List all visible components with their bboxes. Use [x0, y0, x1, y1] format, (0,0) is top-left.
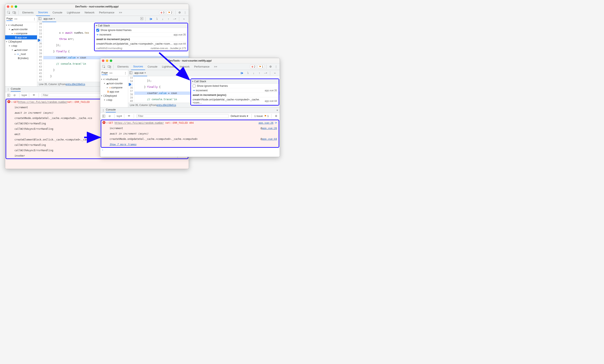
- editor-tab-appvue[interactable]: app.vue ×: [42, 16, 56, 22]
- source-link[interactable]: entry.d9e108e9.js: [156, 104, 176, 107]
- step-icon[interactable]: →•: [172, 17, 176, 21]
- warning-badge[interactable]: ⚑1: [258, 65, 264, 69]
- minimize-icon[interactable]: [11, 5, 13, 8]
- navigator-icon[interactable]: [129, 71, 132, 75]
- devtools-window-2: DevTools - nuxi-counter.netlify.app/ Ele…: [100, 58, 280, 157]
- page-tab[interactable]: Page: [6, 17, 13, 21]
- overflow-tabs[interactable]: >>: [13, 17, 17, 20]
- issues-badge[interactable]: 1 Issue: ⚑ 1: [254, 114, 269, 118]
- call-stack-panel-1: ▾Call Stack Show ignore-listed frames ➔i…: [94, 23, 188, 51]
- gear-icon[interactable]: ⚙: [274, 114, 278, 118]
- stack-link[interactable]: app.vue:44: [262, 137, 277, 141]
- tab-network[interactable]: Network: [177, 63, 192, 70]
- main-tabs: Elements Sources Console Lighthouse Netw…: [5, 9, 189, 16]
- tab-elements[interactable]: Elements: [115, 63, 131, 70]
- step-into-icon[interactable]: ↓: [160, 17, 165, 21]
- tab-network[interactable]: Network: [82, 9, 97, 16]
- resume-icon[interactable]: [149, 17, 153, 21]
- source-link[interactable]: entry.d9e108e9.js: [65, 83, 85, 86]
- inspect-icon[interactable]: [6, 10, 11, 15]
- console-filter-input[interactable]: [137, 114, 229, 118]
- kebab-icon[interactable]: ⋮: [183, 10, 188, 15]
- device-icon[interactable]: [12, 10, 17, 15]
- show-more-frames-link[interactable]: Show 7 more frames: [110, 142, 137, 147]
- tab-performance[interactable]: Performance: [97, 9, 116, 16]
- clear-icon[interactable]: ⊘: [12, 93, 17, 97]
- stack-frame[interactable]: ➔incrementapp.vue:35: [191, 88, 279, 93]
- device-icon[interactable]: [107, 64, 112, 69]
- kebab-icon[interactable]: ⋮: [102, 109, 105, 112]
- step-into-icon[interactable]: ↓: [251, 71, 256, 75]
- stack-link[interactable]: app.vue:26: [262, 126, 277, 131]
- step-over-icon[interactable]: ⤵: [246, 71, 250, 75]
- close-icon[interactable]: ×: [276, 109, 278, 112]
- gear-icon[interactable]: ⚙: [268, 64, 273, 69]
- error-badge[interactable]: ⊗2: [250, 65, 257, 69]
- tab-elements[interactable]: Elements: [20, 9, 36, 16]
- close-icon[interactable]: [102, 60, 104, 62]
- show-console-sidebar-icon[interactable]: [6, 93, 11, 97]
- console-prompt[interactable]: ›: [100, 148, 280, 152]
- live-expr-icon[interactable]: 👁: [127, 114, 131, 118]
- overflow-tabs[interactable]: >>: [212, 63, 219, 70]
- step-out-icon[interactable]: ↑: [166, 17, 171, 21]
- stack-frame-async: await in increment (async): [191, 93, 279, 97]
- live-expr-icon[interactable]: 👁: [32, 93, 36, 97]
- stack-frame[interactable]: callWithErrorHandlingruntime-core.es…bun…: [95, 46, 188, 51]
- tab-console[interactable]: Console: [146, 63, 160, 70]
- window-title: DevTools - nuxi-counter.netlify.app/: [75, 5, 119, 8]
- titlebar[interactable]: DevTools - nuxi-counter.netlify.app/: [100, 58, 280, 63]
- titlebar[interactable]: DevTools - nuxi-counter.netlify.app/: [5, 4, 189, 9]
- minimize-icon[interactable]: [106, 60, 108, 62]
- kebab-icon[interactable]: ⋮: [33, 17, 36, 20]
- overflow-tabs[interactable]: >>: [117, 9, 124, 16]
- deactivate-breakpoints-icon[interactable]: ⌁: [182, 17, 186, 21]
- console-output[interactable]: ▾GET https://jec.fyi/api/random-number n…: [100, 119, 280, 157]
- tab-lighthouse[interactable]: Lighthouse: [65, 9, 82, 16]
- kebab-icon[interactable]: ⋮: [7, 88, 10, 91]
- step-icon[interactable]: →•: [263, 71, 267, 75]
- navigator-icon[interactable]: [38, 17, 41, 21]
- editor-tab[interactable]: app.vue ×: [133, 70, 147, 76]
- show-ignored-checkbox[interactable]: [96, 29, 99, 32]
- show-ignored-checkbox[interactable]: [193, 85, 196, 87]
- console-drawer-header[interactable]: ⋮ Console ×: [100, 107, 280, 113]
- tree-site: ▾☁ nuxi-counte: [100, 81, 128, 85]
- stack-frame[interactable]: ➔incrementapp.vue:35: [95, 32, 188, 37]
- step-out-icon[interactable]: ↑: [257, 71, 262, 75]
- run-snippet-icon[interactable]: [140, 17, 143, 21]
- tab-lighthouse[interactable]: Lighthouse: [160, 63, 177, 70]
- reload-icon[interactable]: ⟳: [275, 121, 277, 125]
- clear-icon[interactable]: ⊘: [107, 114, 112, 118]
- kebab-icon[interactable]: ⋮: [124, 72, 127, 74]
- tab-sources[interactable]: Sources: [36, 9, 50, 16]
- zoom-icon[interactable]: [15, 5, 17, 8]
- context-select[interactable]: top ▾: [117, 114, 122, 118]
- file-tree[interactable]: ▾< > Authored ▾☁ nuxi-counte ▸▭ compone …: [5, 22, 37, 61]
- page-tab[interactable]: Page: [101, 71, 108, 75]
- kebab-icon[interactable]: ⋮: [274, 64, 278, 69]
- resume-icon[interactable]: [240, 71, 244, 75]
- stack-frame[interactable]: createVNode.onUpdateVal._cache.<computed…: [191, 97, 279, 105]
- show-console-sidebar-icon[interactable]: [101, 114, 106, 118]
- tab-sources[interactable]: Sources: [131, 63, 145, 70]
- log-levels-select[interactable]: Default levels ▾: [230, 114, 249, 118]
- debug-toolbar: ⤵ ↓ ↑ →• ⌁: [148, 17, 188, 21]
- step-over-icon[interactable]: ⤵: [155, 17, 159, 21]
- overflow-tabs[interactable]: >>: [109, 72, 113, 74]
- stack-frame[interactable]: createVNode.onUpdateVal._cache.<computed…: [95, 42, 188, 46]
- file-tree[interactable]: ▾< > Authored ▾☁ nuxi-counte ▸▭ compone …: [100, 76, 128, 103]
- close-icon[interactable]: ×: [53, 17, 55, 20]
- zoom-icon[interactable]: [110, 60, 112, 62]
- error-badge[interactable]: ⊗3: [159, 11, 166, 14]
- close-icon[interactable]: ×: [144, 72, 146, 74]
- deactivate-breakpoints-icon[interactable]: ⌁: [273, 71, 277, 75]
- gear-icon[interactable]: ⚙: [177, 10, 182, 15]
- tab-console[interactable]: Console: [50, 9, 64, 16]
- tab-performance[interactable]: Performance: [192, 63, 212, 70]
- close-icon[interactable]: [7, 5, 9, 8]
- inspect-icon[interactable]: [101, 64, 106, 69]
- source-link[interactable]: app.vue:26: [259, 121, 274, 125]
- warning-badge[interactable]: ⚑2: [167, 11, 174, 14]
- context-select[interactable]: top ▾: [22, 93, 26, 97]
